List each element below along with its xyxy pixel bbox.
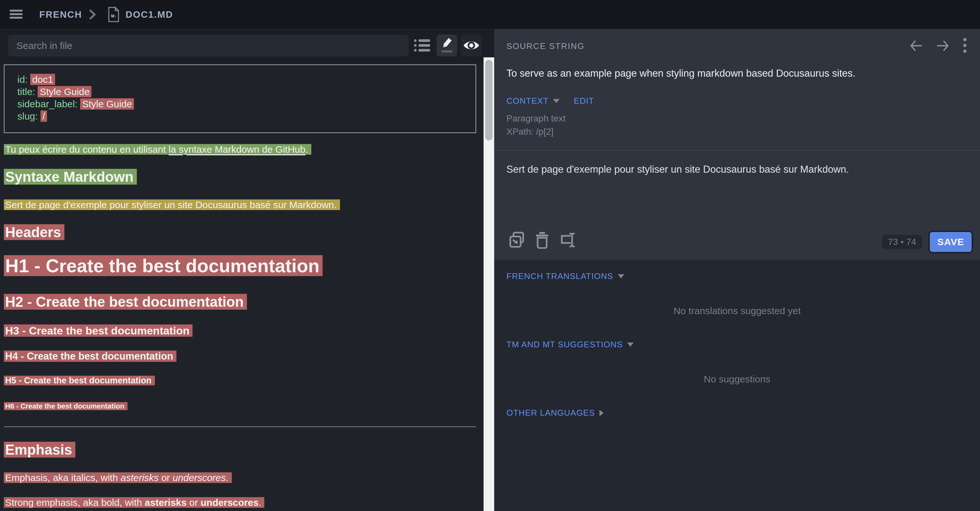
more-options-icon[interactable]	[963, 37, 967, 54]
scrollbar-thumb[interactable]	[485, 60, 493, 141]
doc-block-h3: H3 - Create the best documentation	[4, 323, 484, 338]
doc-block-p: Strong emphasis, aka bold, with asterisk…	[4, 496, 484, 509]
translation-input[interactable]: Sert de page d'exemple pour styliser un …	[506, 164, 967, 175]
character-counter: 73 • 74	[882, 235, 922, 249]
frontmatter-value-string[interactable]: Style Guide	[38, 86, 91, 97]
translation-divider	[494, 150, 980, 151]
text-segment: underscores	[173, 472, 226, 483]
doc-block-h2: H2 - Create the best documentation	[4, 292, 484, 311]
frontmatter-value-string[interactable]: /	[41, 110, 47, 122]
text-segment: Tu peux écrire du contenu en utilisant	[5, 144, 169, 155]
translatable-string-red[interactable]: H6 - Create the best documentation	[4, 402, 127, 410]
translatable-string-yellow[interactable]: Sert de page d'exemple pour styliser un …	[4, 200, 340, 210]
document-scrollbar[interactable]	[484, 57, 494, 511]
list-icon	[414, 38, 431, 53]
frontmatter-value-string[interactable]: Style Guide	[80, 98, 134, 110]
text-segment: .	[226, 472, 228, 483]
translatable-string-green[interactable]: Syntaxe Markdown	[4, 169, 137, 185]
text-segment: H6 - Create the best documentation	[5, 402, 124, 410]
horizontal-rule	[4, 426, 476, 427]
translatable-string-red[interactable]: Emphasis	[4, 442, 75, 458]
delete-translation-icon[interactable]	[535, 232, 549, 249]
pencil-icon	[440, 38, 453, 53]
section-tm-mt-suggestions[interactable]: TM AND MT SUGGESTIONS	[506, 340, 623, 350]
eye-icon	[463, 39, 480, 51]
context-chevron-down-icon[interactable]	[553, 99, 560, 103]
text-segment: asterisks	[145, 497, 187, 508]
translatable-string-red[interactable]: Emphasis, aka italics, with asterisks or…	[4, 472, 232, 483]
top-bar: FRENCH M↓ DOC1.MD	[0, 0, 980, 29]
edit-mode-button[interactable]	[437, 35, 457, 56]
text-segment: H1 - Create the best documentation	[5, 255, 319, 276]
inline-link[interactable]: la syntaxe Markdown de GitHub	[169, 144, 305, 155]
breadcrumb-separator	[88, 0, 97, 29]
hamburger-menu-icon[interactable]	[10, 10, 22, 19]
file-name: DOC1.MD	[126, 10, 173, 20]
copy-source-icon[interactable]	[509, 232, 525, 249]
frontmatter-value-string[interactable]: doc1	[30, 74, 55, 85]
frontmatter-line[interactable]: slug: /	[18, 110, 476, 123]
doc-block-p: Emphasis, aka italics, with asterisks or…	[4, 471, 484, 485]
translatable-string-red[interactable]: H1 - Create the best documentation	[4, 255, 323, 276]
text-segment: Syntaxe Markdown	[5, 169, 134, 185]
translatable-string-red[interactable]: H5 - Create the best documentation	[4, 376, 155, 385]
text-segment: or	[187, 497, 200, 508]
frontmatter-box: id: doc1title: Style Guidesidebar_label:…	[4, 64, 476, 133]
text-segment: Sert de page d'exemple pour styliser un …	[5, 200, 337, 210]
section-other-languages[interactable]: OTHER LANGUAGES	[506, 408, 595, 418]
translatable-string-red[interactable]: H4 - Create the best documentation	[4, 351, 177, 362]
source-string-title: SOURCE STRING	[506, 41, 585, 51]
text-segment: H2 - Create the best documentation	[5, 294, 244, 310]
translatable-string-red[interactable]: Strong emphasis, aka bold, with asterisk…	[4, 497, 264, 508]
frontmatter-key: title:	[18, 86, 35, 97]
text-segment: H4 - Create the best documentation	[5, 351, 173, 362]
doc-block-h5: H5 - Create the best documentation	[4, 374, 484, 387]
translation-panel: SOURCE STRING To serve as an example pag…	[494, 29, 980, 511]
string-list-button[interactable]	[412, 35, 433, 56]
doc-block-p: Tu peux écrire du contenu en utilisant l…	[4, 143, 484, 156]
select-text-icon[interactable]	[560, 232, 577, 249]
translatable-string-green[interactable]: Tu peux écrire du contenu en utilisant l…	[4, 144, 311, 155]
tm-chevron-down-icon[interactable]	[627, 342, 633, 347]
other-languages-chevron-right-icon[interactable]	[600, 410, 604, 416]
tm-empty-message: No suggestions	[494, 374, 980, 385]
breadcrumb-project[interactable]: FRENCH	[39, 0, 82, 29]
text-segment: asterisks	[120, 472, 158, 483]
document-content: id: doc1title: Style Guidesidebar_label:…	[0, 62, 484, 511]
text-segment: H3 - Create the best documentation	[5, 324, 189, 337]
doc-block-p: Sert de page d'exemple pour styliser un …	[4, 198, 484, 212]
frontmatter-key: sidebar_label:	[18, 99, 78, 109]
chevron-right-icon	[88, 9, 97, 20]
text-segment: H5 - Create the best documentation	[5, 376, 152, 385]
text-segment: Headers	[5, 224, 61, 240]
save-button[interactable]: SAVE	[930, 232, 972, 252]
translatable-string-red[interactable]: H2 - Create the best documentation	[4, 294, 247, 310]
frontmatter-key: slug:	[18, 111, 38, 121]
translatable-string-red[interactable]: H3 - Create the best documentation	[4, 324, 192, 337]
next-string-icon[interactable]	[935, 38, 950, 53]
translatable-string-red[interactable]: Headers	[4, 224, 64, 240]
context-toggle[interactable]: CONTEXT	[506, 96, 549, 106]
file-toolbar	[0, 29, 494, 62]
context-edit-link[interactable]: EDIT	[574, 96, 594, 106]
text-segment: .	[305, 144, 308, 155]
frontmatter-line[interactable]: title: Style Guide	[18, 86, 476, 98]
doc-block-h6: H6 - Create the best documentation	[4, 401, 484, 412]
svg-text:M↓: M↓	[111, 14, 116, 18]
editor-window: FRENCH M↓ DOC1.MD	[0, 0, 980, 511]
frontmatter-line[interactable]: id: doc1	[18, 73, 476, 86]
markdown-file-icon: M↓	[108, 7, 119, 22]
breadcrumb-file[interactable]: M↓ DOC1.MD	[108, 0, 173, 29]
preview-button[interactable]	[461, 35, 482, 56]
translations-chevron-down-icon[interactable]	[618, 274, 624, 278]
translation-toolbar: 73 • 74 SAVE	[494, 222, 980, 260]
text-segment: Emphasis	[5, 442, 72, 458]
text-segment: .	[259, 497, 261, 508]
previous-string-icon[interactable]	[908, 38, 923, 53]
context-xpath-label: XPath: /p[2]	[506, 127, 554, 137]
doc-block-h2: Headers	[4, 223, 484, 242]
search-input[interactable]	[8, 35, 409, 56]
section-french-translations[interactable]: FRENCH TRANSLATIONS	[506, 271, 613, 281]
document-panel: id: doc1title: Style Guidesidebar_label:…	[0, 29, 494, 511]
frontmatter-line[interactable]: sidebar_label: Style Guide	[18, 98, 476, 110]
